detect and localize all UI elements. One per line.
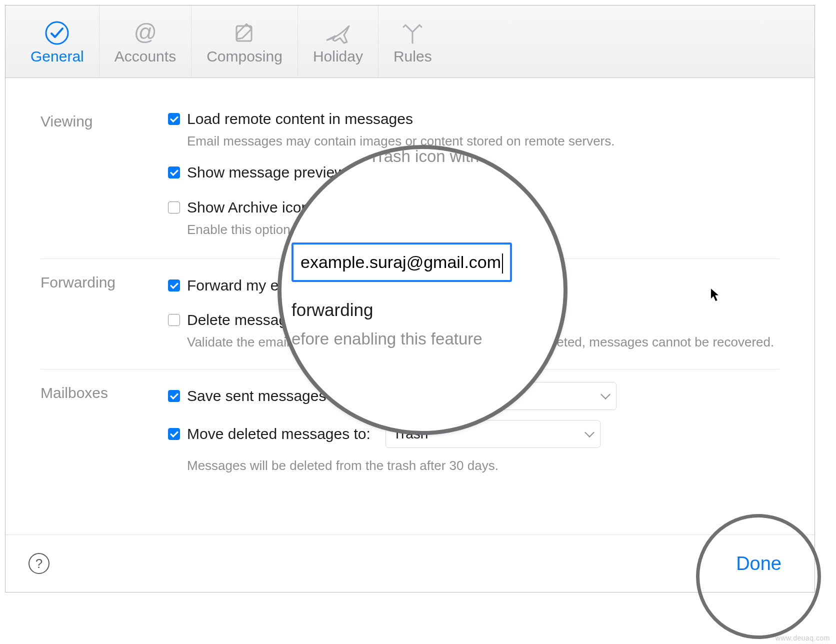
done-label: Done <box>736 553 782 574</box>
mag-line-before-enabling: efore enabling this feature <box>292 326 562 352</box>
tab-rules[interactable]: Rules <box>378 6 447 78</box>
question-mark-icon: ? <box>36 556 42 572</box>
section-heading: Forwarding <box>40 272 168 354</box>
tab-accounts[interactable]: @ Accounts <box>100 6 192 78</box>
chevron-down-icon <box>600 390 610 400</box>
help-button[interactable]: ? <box>28 553 50 574</box>
svg-text:@: @ <box>134 20 157 45</box>
text-caret <box>502 254 503 274</box>
delete-after-forward-label: Delete messag <box>187 312 287 328</box>
watermark: www.deuaq.com <box>776 634 830 642</box>
mouse-cursor-icon <box>710 288 721 302</box>
tab-general[interactable]: General <box>16 6 100 78</box>
show-archive-checkbox[interactable] <box>168 202 180 214</box>
mag-line-forwarding: forwarding <box>292 297 562 324</box>
tab-label: Rules <box>394 48 432 65</box>
toolbar: General @ Accounts Composing Holiday Rul… <box>6 6 814 78</box>
show-previews-checkbox[interactable] <box>168 166 180 178</box>
move-deleted-checkbox[interactable] <box>168 428 180 440</box>
section-heading: Viewing <box>40 110 168 244</box>
mag-forward-email-input[interactable]: example.suraj@gmail.com <box>292 242 512 282</box>
load-remote-label: Load remote content in messages <box>187 110 413 128</box>
airplane-icon <box>324 18 352 48</box>
section-heading: Mailboxes <box>40 382 168 488</box>
validate-help-part2: eted, messages cannot be recovered. <box>556 334 774 350</box>
mag-input-value: example.suraj@gmail.com <box>300 252 501 272</box>
trash-help: Messages will be deleted from the trash … <box>187 457 780 474</box>
chevron-down-icon <box>584 428 594 438</box>
forward-label: Forward my e <box>187 277 278 294</box>
tab-label: Holiday <box>313 48 363 65</box>
tab-label: General <box>30 48 84 65</box>
magnifier-callout: ne Trash icon with the on. example.suraj… <box>278 145 568 435</box>
done-button[interactable]: Done <box>726 548 792 580</box>
save-sent-checkbox[interactable] <box>168 390 180 402</box>
row-load-remote: Load remote content in messages <box>168 110 780 128</box>
compose-icon <box>232 18 258 48</box>
move-deleted-label: Move deleted messages to: <box>187 426 370 442</box>
tab-holiday[interactable]: Holiday <box>298 6 378 78</box>
svg-point-0 <box>46 22 68 44</box>
tab-label: Accounts <box>114 48 176 65</box>
arrows-split-icon <box>400 18 426 48</box>
forward-checkbox[interactable] <box>168 280 180 292</box>
validate-help-part1: Validate the email <box>187 334 290 350</box>
at-sign-icon: @ <box>132 18 158 48</box>
footer: ? Done <box>6 534 814 592</box>
load-remote-help: Email messages may contain images or con… <box>187 132 780 150</box>
delete-after-forward-checkbox[interactable] <box>168 314 180 326</box>
load-remote-checkbox[interactable] <box>168 113 180 125</box>
show-previews-label: Show message previews <box>187 164 353 181</box>
mag-line-tail: on. <box>292 189 562 214</box>
tab-label: Composing <box>206 48 282 65</box>
show-archive-label: Show Archive icon i <box>187 199 317 216</box>
tab-composing[interactable]: Composing <box>192 6 298 78</box>
checkmark-circle-icon <box>44 18 70 48</box>
